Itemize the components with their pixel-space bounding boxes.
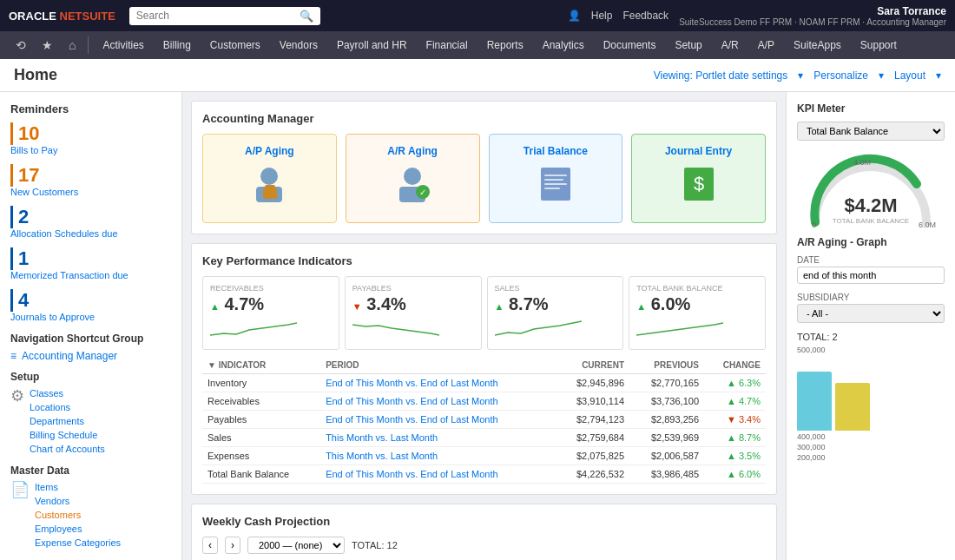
current-inventory: $2,945,896 bbox=[555, 374, 629, 392]
col-period: PERIOD bbox=[320, 357, 555, 374]
reminder-journals-label[interactable]: Journals to Approve bbox=[10, 312, 171, 322]
acct-cards: A/P Aging A/R Aging bbox=[202, 134, 766, 223]
kpi-meter-title: KPI Meter bbox=[797, 102, 945, 115]
sidebar-link-billing[interactable]: Billing Schedule bbox=[30, 428, 105, 442]
svg-rect-9 bbox=[544, 175, 567, 176]
nav-ar[interactable]: A/R bbox=[713, 36, 748, 55]
bar-chart-label-300k: 300,000 bbox=[797, 443, 945, 451]
kpi-table: ▼ INDICATOR PERIOD CURRENT PREVIOUS CHAN… bbox=[202, 357, 766, 484]
kpi-bar-bank: TOTAL BANK BALANCE ▲ 6.0% bbox=[629, 276, 766, 350]
nav-payroll[interactable]: Payroll and HR bbox=[328, 36, 416, 55]
sidebar-link-expenses[interactable]: Expense Categories bbox=[35, 536, 121, 550]
nav-reports[interactable]: Reports bbox=[478, 36, 532, 55]
center-content: Accounting Manager A/P Aging A/R Aging bbox=[182, 92, 786, 560]
cash-period-select[interactable]: 2000 — (none) bbox=[247, 537, 345, 554]
nav-financial[interactable]: Financial bbox=[418, 36, 477, 55]
favorites-icon[interactable]: ★ bbox=[35, 35, 60, 56]
user-name: Sara Torrance bbox=[679, 5, 946, 17]
sidebar-link-items[interactable]: Items bbox=[35, 480, 121, 494]
home-recent-icon[interactable]: ⟲ bbox=[9, 35, 33, 56]
kpi-receivables-value: ▲ 4.7% bbox=[210, 294, 332, 314]
bar-chart-label-200k: 200,000 bbox=[797, 453, 945, 462]
ar-subsidiary-select[interactable]: - All - bbox=[797, 304, 945, 323]
period-inventory[interactable]: End of This Month vs. End of Last Month bbox=[320, 374, 555, 392]
reminder-customers-label[interactable]: New Customers bbox=[10, 187, 171, 197]
nav-documents[interactable]: Documents bbox=[595, 36, 665, 55]
sidebar-link-vendors[interactable]: Vendors bbox=[35, 494, 121, 508]
current-payables: $2,794,123 bbox=[555, 411, 629, 429]
nav-separator bbox=[88, 36, 89, 54]
ar-date-input[interactable] bbox=[797, 267, 945, 284]
ap-aging-card[interactable]: A/P Aging bbox=[202, 134, 337, 223]
search-bar[interactable]: 🔍 bbox=[129, 7, 320, 25]
journal-entry-card[interactable]: Journal Entry $ bbox=[631, 134, 766, 223]
period-sales[interactable]: This Month vs. Last Month bbox=[320, 429, 555, 447]
nav-billing[interactable]: Billing bbox=[155, 36, 200, 55]
sidebar-link-locations[interactable]: Locations bbox=[30, 400, 105, 414]
cash-next-btn[interactable]: › bbox=[225, 537, 240, 554]
search-input[interactable] bbox=[136, 10, 300, 22]
current-expenses: $2,075,825 bbox=[555, 447, 629, 465]
reminder-memorized-label[interactable]: Memorized Transaction due bbox=[10, 270, 171, 280]
cash-prev-btn[interactable]: ‹ bbox=[202, 537, 218, 554]
chevron-down-icon: ▾ bbox=[798, 69, 803, 82]
ar-bar-chart bbox=[797, 361, 945, 431]
previous-sales: $2,539,969 bbox=[629, 429, 704, 447]
oracle-logo: ORACLE NETSUITE bbox=[9, 10, 115, 23]
personalize-link[interactable]: Personalize bbox=[813, 69, 868, 82]
nav-setup[interactable]: Setup bbox=[666, 36, 710, 55]
sidebar-link-employees[interactable]: Employees bbox=[35, 522, 121, 536]
nav-customers[interactable]: Customers bbox=[201, 36, 269, 55]
feedback-link[interactable]: Feedback bbox=[622, 10, 668, 22]
nav-group-accounting[interactable]: ≡ Accounting Manager bbox=[10, 350, 171, 362]
svg-text:0: 0 bbox=[812, 221, 816, 227]
sidebar-link-departments[interactable]: Departments bbox=[30, 414, 105, 428]
reminder-bills-label[interactable]: Bills to Pay bbox=[10, 145, 171, 155]
sidebar-master: Master Data 📄 Items Vendors Customers Em… bbox=[10, 464, 171, 550]
reminder-allocations-label[interactable]: Allocation Schedules due bbox=[10, 228, 171, 239]
trial-balance-card[interactable]: Trial Balance bbox=[489, 134, 623, 223]
trial-balance-icon bbox=[534, 162, 577, 212]
kpi-sales-value: ▲ 8.7% bbox=[495, 294, 616, 314]
bank-sparkline bbox=[636, 318, 723, 339]
nav-support[interactable]: Support bbox=[852, 36, 906, 55]
reminder-allocations-number: 2 bbox=[10, 206, 171, 228]
help-link[interactable]: Help bbox=[591, 10, 613, 22]
svg-text:$4.2M: $4.2M bbox=[844, 194, 897, 216]
indicator-receivables: Receivables bbox=[202, 392, 320, 411]
period-expenses[interactable]: This Month vs. Last Month bbox=[320, 447, 555, 465]
reminder-journals: 4 Journals to Approve bbox=[10, 289, 171, 322]
doc-icon: 📄 bbox=[10, 480, 30, 499]
col-indicator: ▼ INDICATOR bbox=[202, 357, 320, 374]
sales-sparkline bbox=[495, 318, 582, 339]
svg-rect-10 bbox=[544, 179, 563, 181]
gauge-container: $4.2M TOTAL BANK BALANCE 0 4.0M 6.0M bbox=[801, 149, 940, 227]
ap-aging-icon bbox=[247, 162, 291, 212]
nav-ap[interactable]: A/P bbox=[749, 36, 783, 55]
period-bank[interactable]: End of This Month vs. End of Last Month bbox=[320, 465, 555, 484]
kpi-meter-select[interactable]: Total Bank Balance bbox=[797, 122, 945, 141]
svg-text:TOTAL BANK BALANCE: TOTAL BANK BALANCE bbox=[833, 217, 909, 225]
home-icon[interactable]: ⌂ bbox=[62, 35, 82, 56]
nav-vendors[interactable]: Vendors bbox=[271, 36, 326, 55]
layout-chevron-icon: ▾ bbox=[936, 69, 941, 82]
kpi-payables-label: PAYABLES bbox=[352, 284, 474, 293]
sidebar-link-chart[interactable]: Chart of Accounts bbox=[30, 442, 105, 456]
reminder-customers-number: 17 bbox=[10, 164, 171, 187]
nav-suiteapps[interactable]: SuiteApps bbox=[785, 36, 850, 55]
nav-analytics[interactable]: Analytics bbox=[534, 36, 593, 55]
ar-aging-card[interactable]: A/R Aging ✓ bbox=[346, 134, 480, 223]
period-payables[interactable]: End of This Month vs. End of Last Month bbox=[320, 411, 555, 429]
portlet-settings-link[interactable]: Viewing: Portlet date settings bbox=[654, 69, 788, 82]
sidebar-link-customers[interactable]: Customers bbox=[35, 508, 121, 522]
user-subtitle: SuiteSuccess Demo FF PRM · NOAM FF PRM ·… bbox=[679, 17, 946, 27]
period-receivables[interactable]: End of This Month vs. End of Last Month bbox=[320, 392, 555, 411]
table-row: Total Bank Balance End of This Month vs.… bbox=[202, 465, 766, 484]
nav-activities[interactable]: Activities bbox=[94, 36, 152, 55]
receivables-sparkline bbox=[210, 318, 297, 339]
previous-expenses: $2,006,587 bbox=[629, 447, 704, 465]
sales-up-icon: ▲ bbox=[495, 301, 504, 312]
layout-link[interactable]: Layout bbox=[894, 69, 925, 82]
kpi-portlet: Key Performance Indicators RECEIVABLES ▲… bbox=[191, 243, 777, 495]
sidebar-link-classes[interactable]: Classes bbox=[30, 386, 105, 400]
